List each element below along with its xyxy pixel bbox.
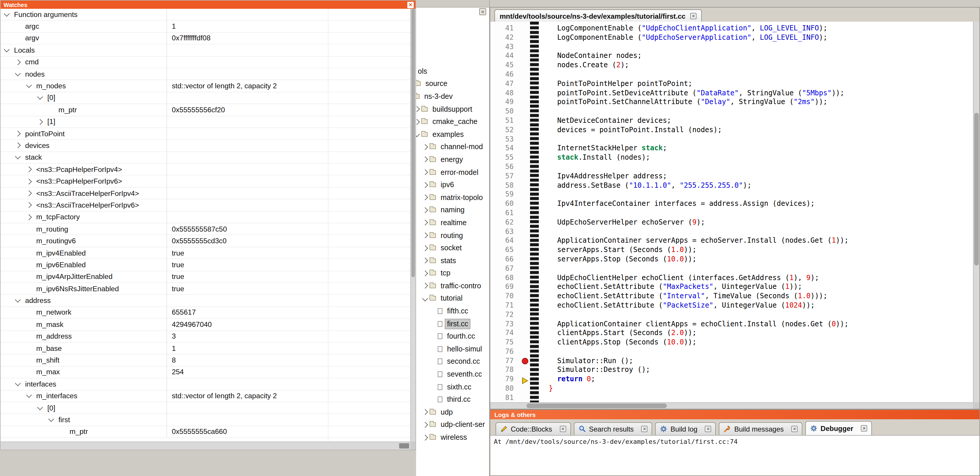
chevron-right-icon[interactable] [26,167,32,173]
chevron-right-icon[interactable] [422,232,428,238]
tree-item-buildsupport[interactable]: buildsupport [416,103,489,115]
logs-header[interactable]: Logs & others [490,410,979,419]
tree-item-matrix-topolo[interactable]: matrix-topolo [423,191,489,204]
watch-row[interactable]: m_interfacesstd::vector of length 2, cap… [1,390,410,403]
tree-item-ols[interactable]: ols [416,65,489,77]
watches-vertical-scrollbar[interactable] [410,9,415,441]
watch-row[interactable]: m_ipv4ArpJitterEnabledtrue [1,271,410,283]
close-icon[interactable]: ✕ [479,8,486,15]
chevron-right-icon[interactable] [422,169,428,175]
editor-vertical-scrollbar[interactable] [973,22,979,403]
watch-row[interactable]: <ns3::AsciiTraceHelperForIpv6> [1,200,410,212]
chevron-down-icon[interactable] [4,46,10,52]
chevron-right-icon[interactable] [422,283,428,289]
tree-item-realtime[interactable]: realtime [423,216,489,229]
tree-item-tcp[interactable]: tcp [423,267,489,280]
close-icon[interactable]: ✕ [690,13,697,19]
logs-tab-debugger[interactable]: Debugger✕ [805,421,872,435]
tab-close-icon[interactable]: ✕ [705,426,711,432]
project-pane-caption[interactable]: ✕ [416,7,489,16]
watch-row[interactable]: <ns3::PcapHelperForIpv6> [1,176,410,188]
chevron-down-icon[interactable] [15,297,21,303]
chevron-down-icon[interactable] [37,94,43,100]
watch-row[interactable]: Function arguments [1,9,410,21]
chevron-down-icon[interactable] [15,380,21,386]
chevron-right-icon[interactable] [37,119,43,125]
watch-row[interactable]: m_ipv6Enabledtrue [1,259,410,271]
watch-row[interactable]: m_max254 [1,366,410,379]
file-tree[interactable]: olssourcens-3-devbuildsupportcmake_cache… [416,16,489,444]
watch-row[interactable]: nodes [1,69,410,80]
tree-item-udp-client-ser[interactable]: udp-client-ser [423,418,489,431]
logs-tab-build-log[interactable]: Build log✕ [655,422,716,435]
tree-item-third-cc[interactable]: third.cc [431,393,489,406]
watch-row[interactable]: m_network655617 [1,307,410,319]
chevron-down-icon[interactable] [15,154,21,160]
tree-item-ns-3-dev[interactable]: ns-3-dev [416,90,489,103]
tree-item-stats[interactable]: stats [423,254,489,267]
tree-item-ipv6[interactable]: ipv6 [423,179,489,191]
watch-row[interactable]: cmd [1,56,410,69]
watch-row[interactable]: devices [1,140,410,152]
chevron-right-icon[interactable] [422,422,428,428]
watch-row[interactable]: m_nodesstd::vector of length 2, capacity… [1,80,410,93]
close-icon[interactable]: ✕ [407,2,414,8]
watch-row[interactable]: argc1 [1,21,410,33]
logs-tab-build-messages[interactable]: Build messages✕ [719,422,802,435]
tree-item-fourth-cc[interactable]: fourth.cc [431,330,489,343]
chevron-right-icon[interactable] [422,270,428,276]
chevron-right-icon[interactable] [15,143,21,149]
scrollbar-thumb[interactable] [974,113,979,265]
tree-item-udp[interactable]: udp [423,406,489,418]
tree-item-routing[interactable]: routing [423,229,489,241]
tree-item-sixth-cc[interactable]: sixth.cc [431,381,489,393]
chevron-down-icon[interactable] [48,416,54,422]
chevron-right-icon[interactable] [422,207,428,213]
tree-item-channel-mod[interactable]: channel-mod [423,141,489,153]
logs-tab-code-blocks[interactable]: Code::Blocks✕ [496,422,571,435]
chevron-down-icon[interactable] [15,70,21,76]
chevron-right-icon[interactable] [26,202,32,208]
tree-item-energy[interactable]: energy [423,153,489,166]
watch-row[interactable]: address [1,295,410,307]
watch-row[interactable]: stack [1,152,410,164]
tab-close-icon[interactable]: ✕ [861,425,867,431]
chevron-right-icon[interactable] [26,190,32,196]
chevron-right-icon[interactable] [15,131,21,137]
chevron-right-icon[interactable] [422,157,428,163]
chevron-right-icon[interactable] [15,59,21,65]
editor-horizontal-scrollbar[interactable] [490,403,973,409]
tab-close-icon[interactable]: ✕ [791,426,798,432]
logs-tab-search-results[interactable]: Search results✕ [574,422,652,435]
chevron-right-icon[interactable] [422,182,428,188]
tree-item-naming[interactable]: naming [423,204,489,216]
tree-item-tutorial[interactable]: tutorial [423,292,489,305]
breakpoint-margin[interactable] [521,22,530,403]
tree-item-source[interactable]: source [416,77,489,90]
chevron-right-icon[interactable] [422,220,428,226]
watch-row[interactable]: pointToPoint [1,128,410,140]
tab-close-icon[interactable]: ✕ [641,426,648,432]
watch-row[interactable]: first [1,414,410,426]
tree-item-hello-simul[interactable]: hello-simul [431,343,489,355]
chevron-down-icon[interactable] [37,404,43,410]
tree-item-error-model[interactable]: error-model [423,166,489,179]
chevron-right-icon[interactable] [422,195,428,201]
tree-item-examples[interactable]: examples [416,128,489,141]
chevron-right-icon[interactable] [422,245,428,251]
watch-row[interactable]: argv0x7fffffffdf08 [1,33,410,45]
chevron-down-icon[interactable] [26,392,32,398]
tree-item-first-cc[interactable]: first.cc [431,318,489,330]
watch-row[interactable]: <ns3::AsciiTraceHelperForIpv4> [1,188,410,200]
watch-row[interactable]: m_address3 [1,331,410,343]
watches-tree[interactable]: Function argumentsargc1argv0x7fffffffdf0… [1,9,410,441]
tree-item-seventh-cc[interactable]: seventh.cc [431,368,489,381]
watch-row[interactable]: m_base1 [1,343,410,355]
watch-row[interactable]: m_ipv4Enabledtrue [1,248,410,259]
line-number-gutter[interactable]: 4142434445464748495051525354555657585960… [490,22,521,403]
chevron-down-icon[interactable] [416,132,420,137]
watch-row[interactable]: <ns3::PcapHelperForIpv4> [1,164,410,176]
tree-item-socket[interactable]: socket [423,242,489,254]
watch-row[interactable]: [0] [1,92,410,104]
watch-row[interactable]: m_ptr0x55555556cf20 [1,104,410,116]
